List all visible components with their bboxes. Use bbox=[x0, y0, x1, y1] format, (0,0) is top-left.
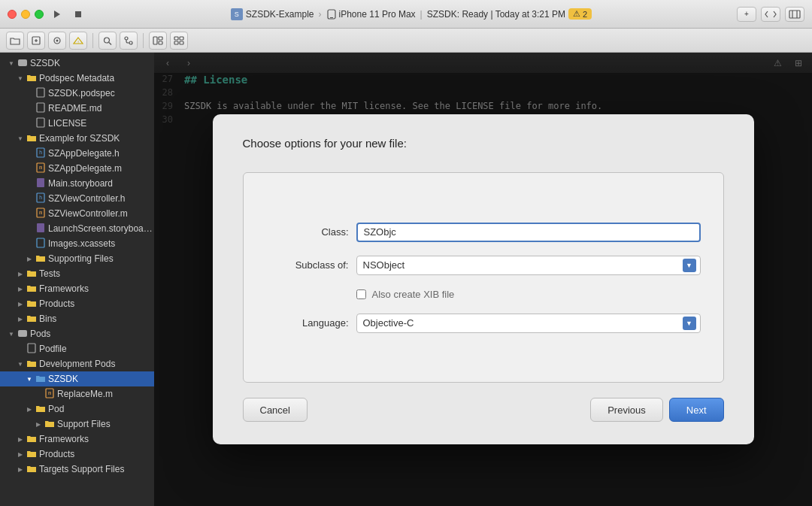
tree-arrow-tests[interactable]: ▶ bbox=[15, 271, 26, 277]
svg-rect-3 bbox=[330, 17, 333, 18]
device-name: iPhone 11 Pro Max bbox=[339, 9, 416, 20]
sidebar-item-szappdelegate-h[interactable]: hSZAppDelegate.h bbox=[0, 146, 154, 161]
subclass-label: Subclass of: bbox=[266, 259, 349, 271]
tree-icon-file-h: h bbox=[35, 192, 47, 205]
tree-arrow-products[interactable]: ▶ bbox=[15, 301, 26, 308]
sidebar-item-example-szsdk[interactable]: ▼Example for SZSDK bbox=[0, 131, 154, 146]
xib-checkbox[interactable] bbox=[356, 289, 366, 299]
tree-label-szsdk-pod: SZSDK bbox=[48, 374, 78, 384]
sidebar-item-products2[interactable]: ▶Products bbox=[0, 447, 154, 462]
tree-arrow-dev-pods[interactable]: ▼ bbox=[15, 361, 26, 368]
play-button[interactable] bbox=[50, 7, 65, 22]
layout-btn[interactable] bbox=[149, 32, 167, 50]
sidebar-item-frameworks2[interactable]: ▶Frameworks bbox=[0, 432, 154, 447]
sidebar-item-pod[interactable]: ▶Pod bbox=[0, 401, 154, 417]
warning-count: 2 bbox=[583, 10, 587, 19]
sidebar-item-szsdk-pod[interactable]: ▼SZSDK bbox=[0, 371, 154, 386]
folder-icon-btn[interactable] bbox=[6, 32, 24, 50]
sidebar-item-images[interactable]: Images.xcassets bbox=[0, 236, 154, 251]
tree-arrow-products2[interactable]: ▶ bbox=[15, 451, 26, 458]
tree-label-main-storyboard: Main.storyboard bbox=[48, 178, 113, 189]
svg-rect-24 bbox=[18, 59, 27, 66]
sidebar-item-products[interactable]: ▶Products bbox=[0, 296, 154, 311]
sidebar-item-podspec-meta[interactable]: ▼Podspec Metadata bbox=[0, 71, 154, 86]
svg-rect-32 bbox=[37, 178, 44, 187]
svg-rect-22 bbox=[174, 41, 178, 44]
tree-arrow-pod[interactable]: ▶ bbox=[24, 406, 35, 413]
device-selector[interactable]: iPhone 11 Pro Max bbox=[326, 9, 416, 20]
tree-arrow-szsdk-root[interactable]: ▼ bbox=[6, 60, 17, 67]
tree-arrow-frameworks[interactable]: ▶ bbox=[15, 286, 26, 292]
svg-rect-26 bbox=[37, 103, 44, 112]
sidebar-item-dev-pods[interactable]: ▼Development Pods bbox=[0, 356, 154, 371]
tree-label-pods: Pods bbox=[30, 329, 50, 339]
sidebar-item-support-files[interactable]: ▶Support Files bbox=[0, 417, 154, 432]
language-select[interactable]: Objective-CSwift bbox=[356, 314, 701, 333]
sidebar-item-szappdelegate-m[interactable]: mSZAppDelegate.m bbox=[0, 161, 154, 176]
tree-arrow-support-files[interactable]: ▶ bbox=[33, 421, 44, 428]
tree-label-pod: Pod bbox=[48, 404, 64, 414]
sidebar-item-launchscreen[interactable]: LaunchScreen.storyboa… bbox=[0, 221, 154, 236]
sidebar-item-main-storyboard[interactable]: Main.storyboard bbox=[0, 176, 154, 191]
stop-button[interactable] bbox=[71, 7, 86, 22]
warning-badge[interactable]: ⚠ 2 bbox=[568, 8, 592, 20]
close-button[interactable] bbox=[8, 10, 17, 19]
xib-row: Also create XIB file bbox=[356, 289, 701, 300]
tree-arrow-szsdk-pod[interactable]: ▼ bbox=[24, 376, 35, 383]
subclass-row: Subclass of: NSObjectUIViewControllerUIV… bbox=[266, 256, 701, 275]
tree-arrow-example-szsdk[interactable]: ▼ bbox=[15, 135, 26, 142]
tree-label-frameworks2: Frameworks bbox=[39, 434, 89, 444]
class-input[interactable] bbox=[356, 223, 701, 242]
target-btn[interactable] bbox=[48, 32, 66, 50]
tree-arrow-podspec-meta[interactable]: ▼ bbox=[15, 75, 26, 82]
main-layout: ▼SZSDK▼Podspec MetadataSZSDK.podspecREAD… bbox=[0, 53, 812, 506]
svg-rect-21 bbox=[180, 37, 183, 40]
tree-label-frameworks: Frameworks bbox=[39, 283, 89, 294]
search-btn[interactable] bbox=[98, 32, 117, 50]
maximize-button[interactable] bbox=[35, 10, 44, 19]
panel-toggle-button[interactable] bbox=[785, 7, 804, 22]
warning-tool-btn[interactable]: ! bbox=[69, 32, 87, 50]
tree-icon-folder-yellow bbox=[26, 464, 38, 474]
sidebar-item-podfile[interactable]: Podfile bbox=[0, 341, 154, 356]
tree-arrow-bins[interactable]: ▶ bbox=[15, 316, 26, 323]
next-button[interactable]: Next bbox=[669, 398, 724, 422]
sidebar-item-tests[interactable]: ▶Tests bbox=[0, 266, 154, 281]
sidebar-item-license[interactable]: LICENSE bbox=[0, 116, 154, 131]
grid-btn[interactable] bbox=[170, 32, 188, 50]
git-btn[interactable] bbox=[120, 32, 138, 50]
svg-point-16 bbox=[129, 41, 132, 44]
tree-arrow-frameworks2[interactable]: ▶ bbox=[15, 436, 26, 443]
sidebar-item-supporting-files[interactable]: ▶Supporting Files bbox=[0, 251, 154, 266]
svg-text:m: m bbox=[39, 165, 42, 171]
tree-label-dev-pods: Development Pods bbox=[39, 359, 115, 369]
sidebar-item-szsdk-root[interactable]: ▼SZSDK bbox=[0, 56, 154, 71]
tree-icon-folder-yellow bbox=[35, 253, 47, 264]
tree-icon-file-m: m bbox=[35, 162, 47, 174]
tree-arrow-targets-support[interactable]: ▶ bbox=[15, 466, 26, 473]
tree-arrow-pods[interactable]: ▼ bbox=[6, 331, 17, 338]
previous-button[interactable]: Previous bbox=[590, 398, 663, 422]
subclass-select[interactable]: NSObjectUIViewControllerUIViewUITableVie… bbox=[356, 256, 701, 275]
svg-text:m: m bbox=[48, 390, 51, 396]
svg-line-14 bbox=[109, 42, 111, 44]
sidebar-item-bins[interactable]: ▶Bins bbox=[0, 311, 154, 326]
back-forward-button[interactable] bbox=[761, 7, 780, 22]
sidebar-item-szviewcontroller-h[interactable]: hSZViewController.h bbox=[0, 191, 154, 206]
add-file-btn[interactable] bbox=[27, 32, 45, 50]
tree-arrow-supporting-files[interactable]: ▶ bbox=[24, 256, 35, 262]
tree-label-license: LICENSE bbox=[48, 118, 86, 129]
sidebar-item-replaceme[interactable]: mReplaceMe.m bbox=[0, 386, 154, 401]
sidebar-item-readme[interactable]: README.md bbox=[0, 101, 154, 116]
sidebar-item-frameworks[interactable]: ▶Frameworks bbox=[0, 281, 154, 296]
cancel-button[interactable]: Cancel bbox=[243, 398, 308, 422]
xib-label[interactable]: Also create XIB file bbox=[372, 289, 455, 300]
sidebar-item-szviewcontroller-m[interactable]: mSZViewController.m bbox=[0, 206, 154, 221]
tree-label-szappdelegate-h: SZAppDelegate.h bbox=[48, 148, 120, 159]
minimize-button[interactable] bbox=[21, 10, 30, 19]
add-button[interactable]: + bbox=[737, 7, 756, 22]
sidebar-item-targets-support[interactable]: ▶Targets Support Files bbox=[0, 462, 154, 477]
svg-rect-23 bbox=[180, 41, 183, 44]
sidebar-item-pods[interactable]: ▼Pods bbox=[0, 326, 154, 341]
sidebar-item-szsdk-podspec[interactable]: SZSDK.podspec bbox=[0, 86, 154, 101]
